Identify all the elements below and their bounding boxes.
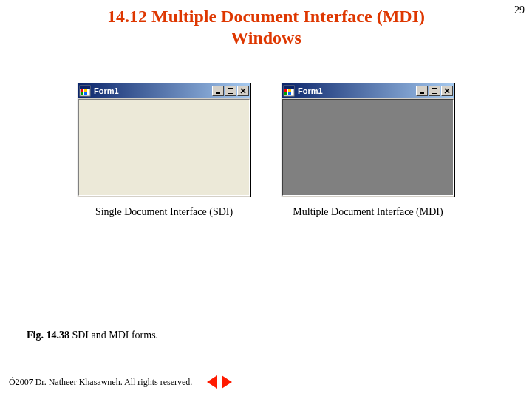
copyright-symbol: Ó bbox=[9, 377, 16, 388]
close-button[interactable] bbox=[441, 86, 453, 96]
mdi-client-area bbox=[282, 99, 454, 196]
svg-rect-14 bbox=[288, 89, 291, 92]
prev-slide-icon[interactable] bbox=[207, 375, 217, 389]
mdi-titlebar: Form1 bbox=[282, 83, 454, 98]
form-icon bbox=[79, 85, 91, 97]
maximize-button[interactable] bbox=[225, 86, 236, 96]
maximize-button[interactable] bbox=[429, 86, 440, 96]
svg-rect-2 bbox=[81, 89, 83, 92]
svg-rect-19 bbox=[432, 88, 437, 89]
figure-caption: Fig. 14.38 SDI and MDI forms. bbox=[27, 330, 158, 341]
svg-rect-12 bbox=[284, 86, 294, 89]
page-heading: 14.12 Multiple Document Interface (MDI) … bbox=[0, 6, 532, 49]
mdi-caption: Multiple Document Interface (MDI) bbox=[293, 206, 443, 218]
heading-line-2: Windows bbox=[0, 27, 532, 49]
sdi-title: Form1 bbox=[94, 86, 212, 95]
svg-rect-13 bbox=[284, 89, 287, 92]
figure-text: SDI and MDI forms. bbox=[69, 330, 158, 341]
sdi-block: Form1 Single Document Interface (SDI) bbox=[77, 83, 251, 218]
footer-text: 2007 Dr. Natheer Khasawneh. All rights r… bbox=[16, 377, 193, 388]
next-slide-icon[interactable] bbox=[222, 375, 232, 389]
mdi-block: Form1 Multiple Document Interface (MDI) bbox=[281, 83, 455, 218]
form-icon bbox=[283, 85, 295, 97]
mdi-window-controls bbox=[416, 86, 453, 96]
sdi-client-area bbox=[78, 99, 250, 196]
sdi-window: Form1 bbox=[77, 83, 251, 197]
mdi-window: Form1 bbox=[281, 83, 455, 197]
figure-row: Form1 Single Document Interface (SDI) bbox=[0, 83, 532, 218]
svg-rect-17 bbox=[420, 92, 424, 94]
svg-rect-15 bbox=[284, 92, 287, 95]
close-button[interactable] bbox=[237, 86, 249, 96]
page-number: 29 bbox=[514, 4, 525, 16]
nav-icons bbox=[207, 375, 232, 389]
sdi-window-controls bbox=[212, 86, 249, 96]
svg-rect-16 bbox=[288, 92, 291, 95]
figure-label: Fig. 14.38 bbox=[27, 330, 69, 341]
mdi-title: Form1 bbox=[298, 86, 416, 95]
svg-rect-6 bbox=[216, 92, 220, 94]
minimize-button[interactable] bbox=[212, 86, 224, 96]
footer: Ó 2007 Dr. Natheer Khasawneh. All rights… bbox=[9, 375, 232, 389]
svg-rect-4 bbox=[81, 92, 83, 95]
svg-rect-8 bbox=[228, 88, 233, 89]
svg-rect-5 bbox=[84, 92, 87, 95]
svg-rect-1 bbox=[80, 86, 90, 89]
sdi-caption: Single Document Interface (SDI) bbox=[95, 206, 233, 218]
sdi-titlebar: Form1 bbox=[78, 83, 250, 98]
heading-line-1: 14.12 Multiple Document Interface (MDI) bbox=[0, 6, 532, 27]
svg-rect-3 bbox=[84, 89, 87, 92]
minimize-button[interactable] bbox=[416, 86, 428, 96]
